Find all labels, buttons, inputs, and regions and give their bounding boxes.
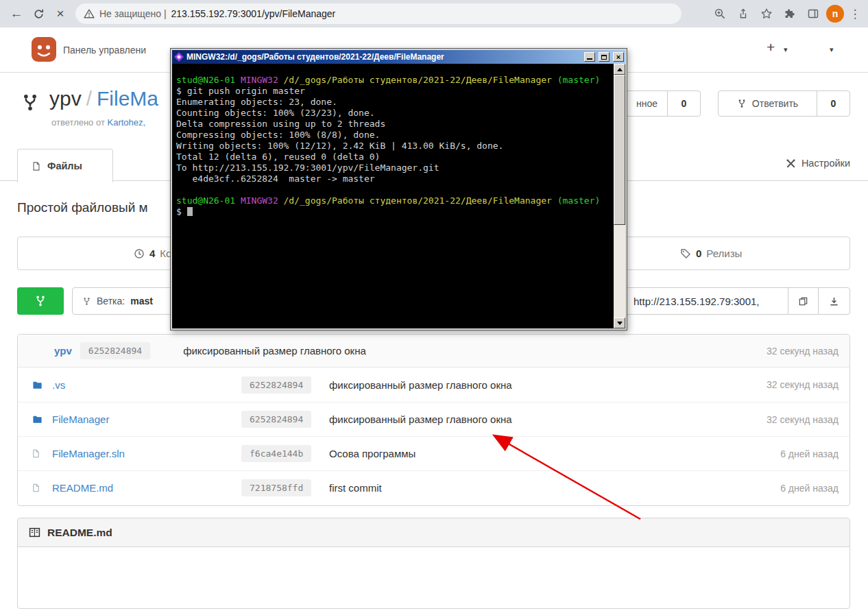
back-button[interactable]: ← [5,3,27,25]
copy-url-button[interactable] [788,287,819,315]
scroll-up-button[interactable] [614,64,625,75]
readme-title: README.md [47,527,112,539]
commit-hash-badge[interactable]: 6252824894 [80,342,150,359]
not-secure-icon[interactable] [84,8,95,19]
clone-url-text: http://213.155.192.79:3001, [634,296,760,307]
commit-message-link[interactable]: фиксированный размер главного окна [329,379,512,391]
bookmark-star-icon[interactable] [756,4,776,24]
scroll-down-icon [617,322,623,325]
reload-button[interactable] [27,3,49,25]
file-link[interactable]: README.md [52,482,241,494]
commit-hash-cell: 6252824894 [241,411,329,428]
close-window-button[interactable]: × [613,52,624,62]
breadcrumb-separator: / [86,87,92,110]
file-table: ypv 6252824894 фиксированный размер глав… [17,334,850,506]
stop-icon: × [56,6,64,21]
maximize-button[interactable] [599,52,610,62]
scrollbar-thumb[interactable] [614,75,625,225]
clone-url-input[interactable]: http://213.155.192.79:3001, [620,287,788,315]
commit-message-link[interactable]: first commit [329,482,382,494]
history-icon [134,248,145,259]
download-icon [829,296,839,306]
commit-hash-cell: 6252824894 [241,376,329,394]
browser-profile-avatar[interactable]: n [826,5,844,23]
tag-icon [680,248,691,259]
file-link[interactable]: FileManager.sln [52,448,241,459]
commit-hash-badge[interactable]: 6252824894 [241,411,311,428]
branch-icon [34,295,47,307]
star-button-label: нное [636,98,658,109]
repo-name-link[interactable]: FileMa [97,87,158,110]
branch-compare-button[interactable] [17,287,64,315]
scroll-down-button[interactable] [614,317,625,328]
commit-message-link[interactable]: Осова программы [329,448,415,459]
fork-icon [737,99,747,108]
tab-files-label: Файлы [47,160,82,171]
browser-actions: n ⋮ [710,4,863,24]
stop-button[interactable]: × [49,3,71,25]
commit-message-link[interactable]: фиксированный размер главного окна [329,413,512,425]
scroll-up-icon [617,68,623,71]
releases-count: 0 [696,248,701,259]
commit-hash-badge[interactable]: f6ca4e144b [241,445,311,462]
file-link[interactable]: .vs [52,379,241,391]
user-dropdown-caret-icon[interactable]: ▾ [830,45,834,54]
repo-owner-link[interactable]: ypv [49,87,82,110]
download-button[interactable] [818,287,850,315]
commit-hash-cell: 7218758ffd [241,479,329,496]
commit-time: 32 секунд назад [767,346,839,357]
close-icon: × [616,53,620,60]
extensions-puzzle-icon[interactable] [780,4,799,24]
share-icon[interactable] [733,4,753,24]
terminal-title: MINGW32:/d/_gogs/Работы студентов/2021-2… [186,52,581,62]
commit-message-link[interactable]: фиксированный размер главного окна [183,345,366,357]
fork-count[interactable]: 0 [817,91,849,116]
readme-panel: README.md [17,518,850,609]
terminal-scrollbar[interactable] [614,64,625,328]
tab-files[interactable]: Файлы [17,149,113,182]
copy-icon [798,296,808,306]
table-row: FileManager.slnf6ca4e144bОсова программы… [18,436,849,470]
tab-settings-label: Настройки [801,158,850,169]
side-panel-icon[interactable] [803,4,823,24]
browser-toolbar: ← × Не защищено | 213.155.192.79:3001/yp… [0,0,868,27]
branch-label: Ветка: [97,296,125,306]
file-tab-icon [32,161,41,171]
minimize-icon [587,58,592,60]
gogs-logo[interactable] [30,36,58,63]
branch-name: mast [130,296,153,306]
browser-menu-icon[interactable]: ⋮ [847,7,863,21]
terminal-titlebar[interactable]: MINGW32:/d/_gogs/Работы студентов/2021-2… [172,50,625,64]
address-bar[interactable]: Не защищено | 213.155.192.79:3001/ypv/Fi… [75,3,682,24]
terminal-body: stud@N26-01 MINGW32 /d/_gogs/Работы студ… [172,64,625,328]
tab-settings[interactable]: Настройки [786,158,850,169]
maximize-icon [601,55,607,60]
terminal-output: stud@N26-01 MINGW32 /d/_gogs/Работы студ… [172,64,614,328]
terminal-window: MINGW32:/d/_gogs/Работы студентов/2021-2… [170,48,627,330]
plus-dropdown-caret-icon[interactable]: ▾ [784,45,788,54]
back-icon: ← [10,6,23,21]
nav-dashboard-link[interactable]: Панель управлени [63,45,146,56]
forked-from-label: ответлено от [51,117,105,128]
commit-time: 6 дней назад [780,448,839,459]
file-link[interactable]: FileManager [52,413,241,425]
latest-commit-row: ypv 6252824894 фиксированный размер глав… [18,335,849,368]
minimize-button[interactable] [584,52,595,62]
commit-hash-badge[interactable]: 6252824894 [241,376,311,394]
commit-time: 6 дней назад [780,483,839,494]
star-count[interactable]: 0 [667,91,700,116]
folder-icon [32,380,47,390]
table-row: FileManager6252824894фиксированный разме… [18,402,849,436]
forked-from-link[interactable]: Kartohez, [108,117,146,128]
scrollbar-track[interactable] [614,75,625,317]
repo-description: Простой файловый м [17,200,148,215]
screen: ← × Не защищено | 213.155.192.79:3001/yp… [0,0,868,613]
zoom-icon[interactable] [710,4,730,24]
new-repo-plus-button[interactable]: + [767,39,775,56]
forked-from-note: ответлено от Kartohez, [51,117,145,128]
repo-breadcrumb: ypv/FileMa [49,87,158,110]
fork-button[interactable]: Ответвить [719,91,817,116]
commit-hash-badge[interactable]: 7218758ffd [241,479,311,496]
commit-author-link[interactable]: ypv [54,345,72,357]
folder-icon [32,414,47,424]
